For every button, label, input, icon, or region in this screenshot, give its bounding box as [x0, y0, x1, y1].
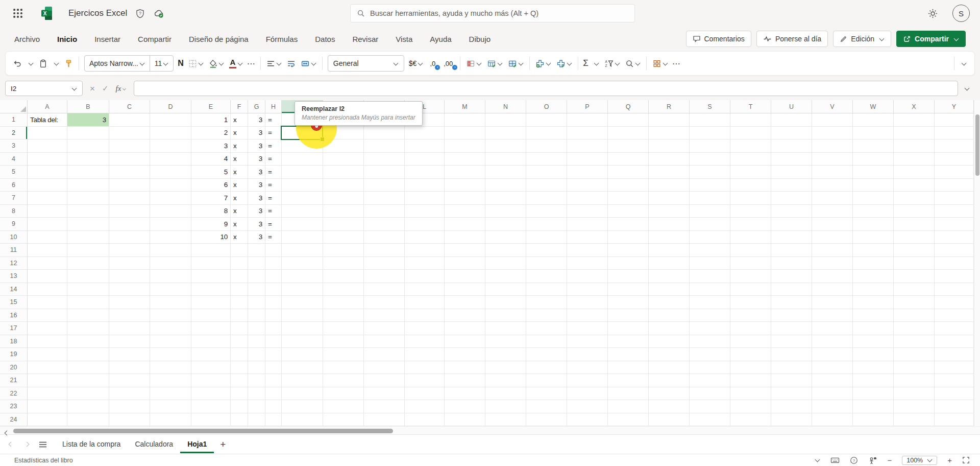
cell-X6[interactable] [894, 179, 935, 192]
cell-M23[interactable] [445, 400, 485, 413]
cell-D3[interactable] [150, 139, 191, 153]
cell-Q6[interactable] [608, 179, 649, 192]
cell-Q2[interactable] [608, 127, 649, 140]
cell-R22[interactable] [649, 387, 690, 401]
cell-Y4[interactable] [935, 153, 974, 166]
cell-Q12[interactable] [608, 257, 649, 270]
cell-B1[interactable]: 3 [67, 113, 109, 127]
autosum-button[interactable]: Σ [581, 55, 590, 72]
cell-D24[interactable] [150, 413, 191, 427]
cell-K6[interactable] [364, 179, 405, 192]
cell-Q5[interactable] [608, 166, 649, 179]
cell-V11[interactable] [812, 244, 853, 257]
cell-Q15[interactable] [608, 296, 649, 309]
tab-compartir[interactable]: Compartir [138, 35, 172, 43]
cell-Q4[interactable] [608, 153, 649, 166]
row-header-20[interactable]: 20 [0, 361, 28, 375]
cell-K12[interactable] [364, 257, 405, 270]
cell-G1[interactable]: 3 [248, 113, 265, 127]
currency-format-button[interactable]: $€ [406, 55, 426, 72]
cell-V15[interactable] [812, 296, 853, 309]
cell-K24[interactable] [364, 413, 405, 427]
cell-G3[interactable]: 3 [248, 139, 265, 153]
cell-Q3[interactable] [608, 139, 649, 153]
name-box[interactable]: I2 [5, 81, 83, 96]
row-header-19[interactable]: 19 [0, 348, 28, 361]
row-header-6[interactable]: 6 [0, 179, 28, 192]
cell-M15[interactable] [445, 296, 485, 309]
cell-Y21[interactable] [935, 374, 974, 387]
cell-V22[interactable] [812, 387, 853, 401]
cell-D17[interactable] [150, 322, 191, 335]
cell-X1[interactable] [894, 113, 935, 127]
accessibility-icon[interactable] [868, 456, 877, 464]
cell-O5[interactable] [526, 166, 567, 179]
cell-Q16[interactable] [608, 309, 649, 322]
cell-B24[interactable] [67, 413, 109, 427]
cell-S5[interactable] [690, 166, 730, 179]
cell-S9[interactable] [690, 218, 730, 231]
cell-C13[interactable] [109, 270, 150, 283]
cell-C19[interactable] [109, 348, 150, 361]
cell-V10[interactable] [812, 231, 853, 244]
cell-U21[interactable] [771, 374, 812, 387]
col-header-I[interactable]: I [282, 100, 323, 113]
cell-P16[interactable] [567, 309, 608, 322]
cell-E23[interactable] [191, 400, 231, 413]
cell-B3[interactable] [67, 139, 109, 153]
cell-E7[interactable]: 7 [191, 192, 231, 205]
cell-B20[interactable] [67, 361, 109, 375]
cell-X4[interactable] [894, 153, 935, 166]
cell-A9[interactable] [28, 218, 67, 231]
cell-H20[interactable] [265, 361, 282, 375]
col-header-W[interactable]: W [853, 100, 894, 113]
col-header-F[interactable]: F [231, 100, 248, 113]
cell-T19[interactable] [730, 348, 771, 361]
cell-B4[interactable] [67, 153, 109, 166]
cell-B7[interactable] [67, 192, 109, 205]
cell-H21[interactable] [265, 374, 282, 387]
cell-W6[interactable] [853, 179, 894, 192]
cell-Y6[interactable] [935, 179, 974, 192]
cell-R13[interactable] [649, 270, 690, 283]
cell-M4[interactable] [445, 153, 485, 166]
cell-W8[interactable] [853, 205, 894, 218]
cell-D1[interactable] [150, 113, 191, 127]
cell-R15[interactable] [649, 296, 690, 309]
cell-L3[interactable] [405, 139, 445, 153]
row-header-11[interactable]: 11 [0, 244, 28, 257]
cell-P21[interactable] [567, 374, 608, 387]
cell-L17[interactable] [405, 322, 445, 335]
row-header-12[interactable]: 12 [0, 257, 28, 270]
cell-L20[interactable] [405, 361, 445, 375]
cell-J11[interactable] [323, 244, 364, 257]
cell-P20[interactable] [567, 361, 608, 375]
row-header-1[interactable]: 1 [0, 113, 28, 127]
cell-L14[interactable] [405, 283, 445, 296]
cell-J19[interactable] [323, 348, 364, 361]
cell-S2[interactable] [690, 127, 730, 140]
zoom-out-button[interactable]: − [887, 456, 892, 464]
cell-E15[interactable] [191, 296, 231, 309]
col-header-E[interactable]: E [191, 100, 231, 113]
cell-I14[interactable] [282, 283, 323, 296]
cell-R5[interactable] [649, 166, 690, 179]
cell-M18[interactable] [445, 335, 485, 348]
cell-X11[interactable] [894, 244, 935, 257]
cell-R20[interactable] [649, 361, 690, 375]
cell-J4[interactable] [323, 153, 364, 166]
cell-S3[interactable] [690, 139, 730, 153]
cell-F19[interactable] [231, 348, 248, 361]
cell-K16[interactable] [364, 309, 405, 322]
cell-G14[interactable] [248, 283, 265, 296]
cell-T14[interactable] [730, 283, 771, 296]
row-header-21[interactable]: 21 [0, 374, 28, 387]
cell-K1[interactable] [364, 113, 405, 127]
col-header-P[interactable]: P [567, 100, 608, 113]
tab-diseno-de-pagina[interactable]: Diseño de página [189, 35, 249, 43]
cell-G4[interactable]: 3 [248, 153, 265, 166]
row-header-16[interactable]: 16 [0, 309, 28, 322]
cell-P14[interactable] [567, 283, 608, 296]
cell-T13[interactable] [730, 270, 771, 283]
cell-F3[interactable]: x [231, 139, 248, 153]
